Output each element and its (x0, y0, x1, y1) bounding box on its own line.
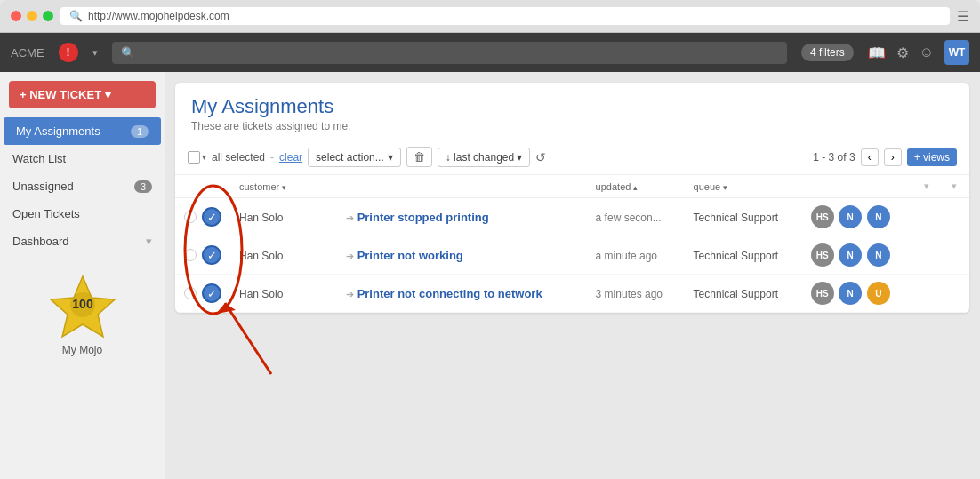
select-action-dropdown[interactable]: select action... ▾ (308, 148, 401, 167)
row1-avatar-n1: N (839, 205, 862, 228)
sidebar-item-open-tickets[interactable]: Open Tickets (0, 200, 165, 228)
row2-extra1 (915, 236, 942, 275)
row2-extra2 (943, 236, 969, 275)
my-mojo-label: My Mojo (62, 344, 102, 356)
sort-dropdown-icon: ▾ (517, 151, 522, 164)
row2-customer-name: Han Solo (239, 250, 283, 262)
address-bar[interactable]: 🔍 http://www.mojohelpdesk.com (60, 7, 950, 25)
table-row: ✓ Han Solo ➔ Printer stopped printing (175, 198, 969, 236)
row2-avatar-n2: N (867, 243, 890, 267)
navbar: ACME ! ▾ 4 filters 📖 ⚙ ☺ WT (0, 33, 980, 72)
new-ticket-button[interactable]: + NEW TICKET ▾ (9, 81, 156, 108)
search-input[interactable] (112, 42, 787, 64)
smiley-icon[interactable]: ☺ (920, 44, 934, 60)
row1-customer: Han Solo (230, 198, 337, 236)
row1-avatar-n2: N (867, 205, 890, 228)
checkbox-container: ▾ (188, 151, 206, 164)
sidebar-label-open-tickets: Open Tickets (12, 207, 80, 220)
row3-avatar-hs: HS (811, 282, 834, 305)
row3-subject[interactable]: Printer not connecting to network (357, 287, 542, 300)
minimize-button[interactable] (27, 11, 37, 21)
alert-button[interactable]: ! (59, 43, 78, 62)
user-avatar[interactable]: WT (944, 40, 969, 65)
sidebar-item-dashboard[interactable]: Dashboard ▾ (0, 228, 165, 255)
main-wrapper: My Assignments These are tickets assigne… (165, 72, 980, 479)
row2-check-cell: ✓ (175, 236, 230, 275)
main-content: My Assignments These are tickets assigne… (165, 72, 980, 323)
window-chrome: 🔍 http://www.mojohelpdesk.com ☰ (0, 0, 980, 33)
sidebar-label-dashboard: Dashboard (12, 235, 69, 248)
sidebar-item-unassigned[interactable]: Unassigned 3 (0, 172, 165, 200)
filters-button[interactable]: 4 filters (801, 44, 854, 61)
alert-dropdown-icon[interactable]: ▾ (92, 47, 98, 59)
maximize-button[interactable] (43, 11, 53, 21)
select-all-checkbox[interactable] (188, 151, 200, 164)
row2-radio[interactable] (184, 249, 197, 261)
row3-extra2 (943, 275, 969, 313)
select-action-label: select action... (316, 151, 384, 164)
row3-updated-text: 3 minutes ago (596, 288, 663, 300)
row3-updated: 3 minutes ago (587, 275, 685, 313)
col-header-queue[interactable]: queue ▾ (685, 175, 800, 198)
toolbar: ▾ all selected - clear select action... … (175, 140, 969, 175)
brand-label: ACME (11, 46, 44, 60)
dropdown-arrow-icon: ▾ (388, 151, 393, 164)
row1-radio[interactable] (184, 211, 197, 223)
row3-queue: Technical Support (685, 275, 800, 313)
row3-radio[interactable] (184, 287, 197, 299)
row2-subject[interactable]: Printer not working (357, 249, 463, 262)
row3-customer: Han Solo (230, 275, 337, 313)
row1-extra2 (943, 198, 969, 236)
row3-avatar-n: N (839, 282, 862, 305)
row3-avatar-u: U (867, 282, 890, 305)
table-row: ✓ Han Solo ➔ Printer not connecting to n… (175, 275, 969, 313)
next-page-button[interactable]: › (884, 148, 902, 166)
sidebar: + NEW TICKET ▾ My Assignments 1 Watch Li… (0, 72, 165, 479)
close-button[interactable] (11, 11, 21, 21)
row2-avatar-hs: HS (811, 243, 834, 267)
row3-extra1 (915, 275, 942, 313)
row1-customer-name: Han Solo (239, 212, 283, 224)
row2-subject-cell: ➔ Printer not working (337, 236, 587, 275)
row1-subject[interactable]: Printer stopped printing (357, 211, 489, 224)
my-mojo-section: 100 My Mojo (0, 255, 165, 374)
row2-avatars: HS N N (800, 236, 916, 275)
separator: - (270, 151, 274, 164)
sort-button[interactable]: ↓ last changed ▾ (438, 148, 530, 167)
search-icon: 🔍 (69, 10, 83, 22)
menu-icon[interactable]: ☰ (957, 8, 969, 25)
row1-extra1 (915, 198, 942, 236)
views-button[interactable]: + views (907, 148, 957, 166)
row2-updated-text: a minute ago (596, 250, 657, 262)
row2-checkbox[interactable]: ✓ (202, 245, 221, 265)
row1-check-cell: ✓ (175, 198, 230, 236)
sidebar-item-my-assignments[interactable]: My Assignments 1 (4, 117, 161, 145)
row1-updated: a few secon... (587, 198, 685, 236)
row2-avatar-n1: N (839, 243, 862, 267)
sidebar-item-watch-list[interactable]: Watch List (0, 145, 165, 172)
col-header-avatars (800, 175, 916, 198)
tickets-table: customer ▾ updated ▴ queue ▾ ▾ ▾ (175, 175, 969, 313)
table-row: ✓ Han Solo ➔ Printer not working (175, 236, 969, 275)
star-icon: 100 (47, 273, 118, 340)
row3-check-cell: ✓ (175, 275, 230, 313)
col-header-customer[interactable]: customer ▾ (230, 175, 337, 198)
clear-link[interactable]: clear (279, 151, 302, 164)
col-header-updated[interactable]: updated ▴ (587, 175, 685, 198)
sidebar-badge-unassigned: 3 (134, 180, 152, 193)
refresh-button[interactable]: ↺ (535, 150, 546, 164)
settings-icon[interactable]: ⚙ (896, 44, 909, 61)
row1-checkbox[interactable]: ✓ (202, 207, 221, 227)
prev-page-button[interactable]: ‹ (861, 148, 879, 166)
book-icon[interactable]: 📖 (868, 44, 886, 61)
checkbox-dropdown-icon[interactable]: ▾ (202, 152, 206, 162)
row3-customer-name: Han Solo (239, 288, 283, 300)
delete-button[interactable]: 🗑 (406, 147, 432, 167)
row3-checkbox[interactable]: ✓ (202, 283, 221, 303)
row2-customer: Han Solo (230, 236, 337, 275)
url-text: http://www.mojohelpdesk.com (88, 10, 229, 22)
app-layout: + NEW TICKET ▾ My Assignments 1 Watch Li… (0, 72, 980, 479)
row1-avatars: HS N N (800, 198, 916, 236)
col-header-subject (337, 175, 587, 198)
row3-arrow-icon: ➔ (346, 289, 354, 299)
